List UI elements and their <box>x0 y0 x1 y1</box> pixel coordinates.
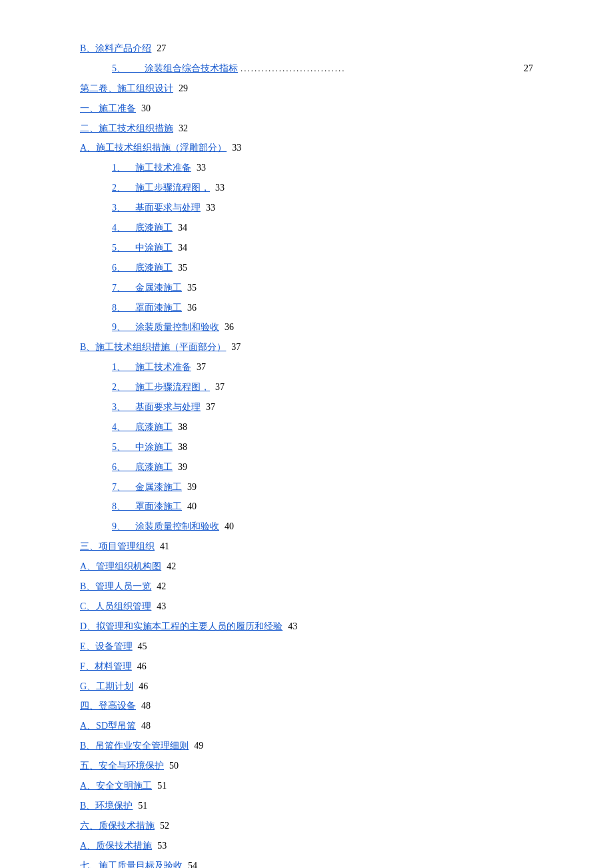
toc-link[interactable]: 七、施工质量目标及验收 <box>80 857 183 868</box>
toc-entry: B、施工技术组织措施（平面部分）37 <box>80 339 533 356</box>
toc-entry: 4、 底漆施工34 <box>80 219 533 237</box>
toc-entry: 第二卷、施工组织设计29 <box>80 80 533 97</box>
toc-link[interactable]: D、拟管理和实施本工程的主要人员的履历和经验 <box>80 618 283 635</box>
toc-entry: 六、质保技术措施52 <box>80 817 533 835</box>
toc-link[interactable]: A、安全文明施工 <box>80 777 152 795</box>
toc-link[interactable]: B、环境保护 <box>80 797 133 815</box>
toc-page: 40 <box>225 518 234 535</box>
toc-entry: C、人员组织管理43 <box>80 598 533 615</box>
toc-entry: 8、 罩面漆施工40 <box>80 498 533 515</box>
toc-page: 49 <box>194 737 203 755</box>
toc-link[interactable]: 8、 罩面漆施工 <box>112 498 182 515</box>
toc-link[interactable]: A、施工技术组织措施（浮雕部分） <box>80 139 227 157</box>
toc-link[interactable]: 四、登高设备 <box>80 697 136 715</box>
toc-page: 38 <box>178 439 187 456</box>
toc-entry: B、管理人员一览42 <box>80 578 533 595</box>
toc-link[interactable]: C、人员组织管理 <box>80 598 151 615</box>
toc-entry: 4、 底漆施工38 <box>80 419 533 436</box>
toc-page: 27 <box>524 60 533 77</box>
toc-link[interactable]: G、工期计划 <box>80 678 133 695</box>
toc-entry: 6、 底漆施工35 <box>80 259 533 277</box>
toc-page: 48 <box>141 717 151 735</box>
toc-entry: 7、 金属漆施工35 <box>80 279 533 297</box>
toc-page: 39 <box>178 459 187 476</box>
toc-link[interactable]: 6、 底漆施工 <box>112 259 173 277</box>
toc-page: 34 <box>178 239 187 257</box>
toc-page: 37 <box>197 359 206 376</box>
toc-page: 42 <box>157 578 166 595</box>
toc-link[interactable]: B、吊篮作业安全管理细则 <box>80 737 189 755</box>
toc-link[interactable]: 9、 涂装质量控制和验收 <box>112 319 219 336</box>
toc-page: 43 <box>288 618 297 635</box>
toc-entry: 三、项目管理组织41 <box>80 538 533 555</box>
toc-link[interactable]: 9、 涂装质量控制和验收 <box>112 518 219 535</box>
toc-link[interactable]: B、涂料产品介绍 <box>80 40 151 57</box>
toc-link[interactable]: F、材料管理 <box>80 658 132 675</box>
toc-page: 53 <box>157 837 167 855</box>
toc-link[interactable]: 三、项目管理组织 <box>80 538 155 555</box>
toc-entry: 5、 中涂施工34 <box>80 239 533 257</box>
toc-link[interactable]: 7、 金属漆施工 <box>112 479 182 496</box>
toc-entry: D、拟管理和实施本工程的主要人员的履历和经验43 <box>80 618 533 635</box>
toc-dots: .............................. <box>241 61 521 77</box>
toc-link[interactable]: 8、 罩面漆施工 <box>112 299 182 317</box>
toc-entry: A、SD型吊篮48 <box>80 717 533 735</box>
toc-link[interactable]: 第二卷、施工组织设计 <box>80 80 173 97</box>
toc-page: 27 <box>157 40 166 57</box>
toc-link[interactable]: 一、施工准备 <box>80 100 136 117</box>
toc-entry: 一、施工准备30 <box>80 100 533 117</box>
toc-entry: A、安全文明施工51 <box>80 777 533 795</box>
toc-page: 50 <box>169 757 179 775</box>
toc-link[interactable]: E、设备管理 <box>80 638 133 655</box>
toc-page: 54 <box>188 857 197 868</box>
toc-link[interactable]: A、SD型吊篮 <box>80 717 136 735</box>
toc-link[interactable]: 1、 施工技术准备 <box>112 359 191 376</box>
toc-link[interactable]: 6、 底漆施工 <box>112 459 173 476</box>
toc-entry: 6、 底漆施工39 <box>80 459 533 476</box>
toc-entry: A、施工技术组织措施（浮雕部分）33 <box>80 139 533 157</box>
toc-entry: 四、登高设备48 <box>80 697 533 715</box>
toc-entry: 5、 中涂施工38 <box>80 439 533 456</box>
toc-link[interactable]: 1、 施工技术准备 <box>112 159 191 177</box>
toc-entry: A、管理组织机构图42 <box>80 558 533 575</box>
toc-link[interactable]: A、管理组织机构图 <box>80 558 161 575</box>
toc-link[interactable]: 5、 中涂施工 <box>112 239 173 257</box>
toc-link[interactable]: 3、 基面要求与处理 <box>112 199 201 217</box>
toc-link[interactable]: 5、 中涂施工 <box>112 439 173 456</box>
toc-link[interactable]: 2、 施工步骤流程图， <box>112 379 210 396</box>
toc-entry: 9、 涂装质量控制和验收36 <box>80 319 533 336</box>
toc-link[interactable]: 2、 施工步骤流程图， <box>112 179 210 197</box>
toc-link[interactable]: 六、质保技术措施 <box>80 817 155 835</box>
toc-page: 32 <box>179 120 188 137</box>
toc-entry: 7、 金属漆施工39 <box>80 479 533 496</box>
toc-link[interactable]: 二、施工技术组织措施 <box>80 120 173 137</box>
toc-link[interactable]: 五、安全与环境保护 <box>80 757 164 775</box>
toc-link[interactable]: A、质保技术措施 <box>80 837 152 855</box>
toc-link[interactable]: 5、 涂装组合综合技术指标 <box>112 60 238 77</box>
toc-entry: A、质保技术措施53 <box>80 837 533 855</box>
toc-page: 35 <box>178 259 187 277</box>
toc-link[interactable]: B、施工技术组织措施（平面部分） <box>80 339 226 356</box>
toc-entry: 5、 涂装组合综合技术指标...........................… <box>80 60 533 77</box>
toc-page: 46 <box>139 678 148 695</box>
toc-entry: 1、 施工技术准备33 <box>80 159 533 177</box>
toc-entry: 二、施工技术组织措施32 <box>80 120 533 137</box>
toc-link[interactable]: 3、 基面要求与处理 <box>112 399 201 416</box>
toc-link[interactable]: 4、 底漆施工 <box>112 419 173 436</box>
toc-page: 51 <box>157 777 167 795</box>
toc-entry: 3、 基面要求与处理33 <box>80 199 533 217</box>
toc-link[interactable]: 4、 底漆施工 <box>112 219 173 237</box>
toc-page: 52 <box>160 817 169 835</box>
toc-page: 36 <box>187 299 197 317</box>
toc-page: 51 <box>138 797 147 815</box>
toc-entry: 8、 罩面漆施工36 <box>80 299 533 317</box>
toc-page: 45 <box>138 638 147 655</box>
toc-link[interactable]: B、管理人员一览 <box>80 578 151 595</box>
toc-entry: B、涂料产品介绍27 <box>80 40 533 57</box>
toc-entry: F、材料管理46 <box>80 658 533 675</box>
toc-page: 48 <box>141 697 151 715</box>
toc-link[interactable]: 7、 金属漆施工 <box>112 279 182 297</box>
toc-page: 29 <box>179 80 188 97</box>
toc-page: 41 <box>160 538 169 555</box>
toc-entry: G、工期计划46 <box>80 678 533 695</box>
